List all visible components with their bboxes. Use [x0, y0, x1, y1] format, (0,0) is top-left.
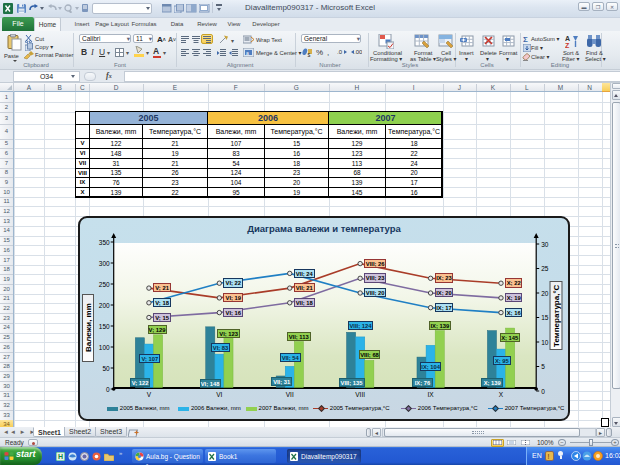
- svg-text:a: a: [246, 50, 249, 56]
- svg-text:.00: .00: [354, 49, 362, 55]
- svg-text:$: $: [308, 52, 311, 58]
- svg-text:!: !: [548, 453, 550, 460]
- svg-text:.0: .0: [337, 49, 343, 55]
- svg-text:Z: Z: [565, 42, 570, 49]
- svg-text:A: A: [565, 35, 570, 42]
- svg-text:H: H: [58, 453, 63, 460]
